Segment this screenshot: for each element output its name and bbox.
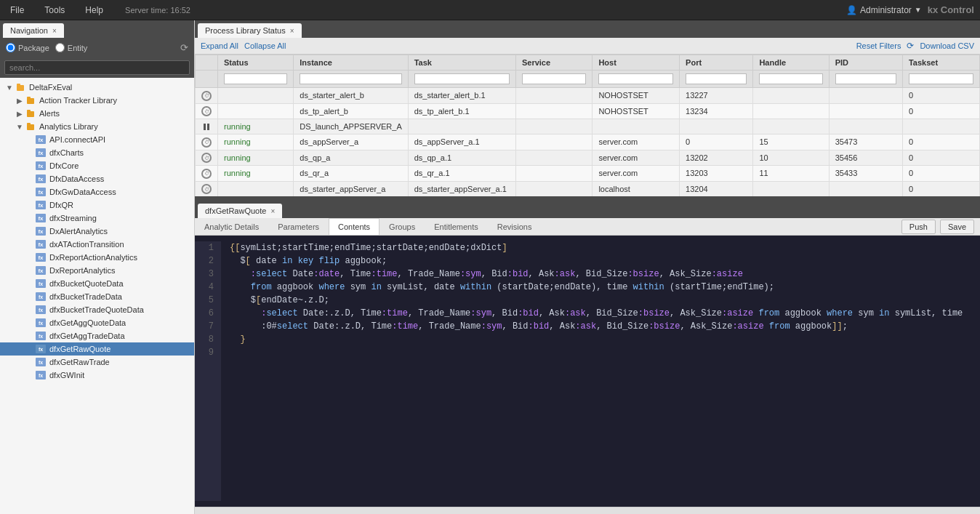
sidebar-item-api-connect[interactable]: fx API.connectAPI	[0, 133, 194, 146]
cell-status: running	[218, 150, 294, 166]
tab-groups[interactable]: Groups	[379, 218, 425, 235]
entity-radio[interactable]	[55, 43, 65, 52]
svg-rect-0	[17, 85, 24, 91]
process-library-tab-label: Process Library Status	[205, 26, 286, 35]
filter-port[interactable]	[686, 73, 747, 84]
sidebar-item-dfx-bucket-quote[interactable]: fx dfxBucketQuoteData	[0, 277, 194, 290]
tree-root[interactable]: ▼ DeltaFxEval	[0, 81, 194, 94]
entity-radio-label[interactable]: Entity	[55, 43, 88, 52]
cell-port: 13202	[680, 150, 753, 166]
code-line: $[endDate~.z.D;	[230, 294, 971, 307]
table-row[interactable]: ⏱ running ds_appServer_a ds_appServer_a.…	[196, 134, 980, 150]
cell-service	[515, 134, 592, 150]
sidebar-item-dfx-bucket-trade-quote[interactable]: fx dfxBucketTradeQuoteData	[0, 303, 194, 316]
code-line: {[symList;startTime;endTime;startDate;en…	[230, 241, 971, 254]
filter-taskset[interactable]	[909, 73, 973, 84]
tab-process-library[interactable]: Process Library Status ×	[198, 23, 302, 38]
table-row[interactable]: ⏱ ds_starter_appServer_a ds_starter_appS…	[196, 181, 980, 196]
detail-actions: Push Save	[896, 220, 980, 234]
package-radio-label[interactable]: Package	[6, 43, 49, 52]
sidebar-item-dx-alert-analytics[interactable]: fx DxAlertAnalytics	[0, 225, 194, 238]
sidebar-item-dfx-data-access[interactable]: fx DfxDataAccess	[0, 172, 194, 185]
sidebar-item-dfx-get-agg-quote[interactable]: fx dfxGetAggQuoteData	[0, 316, 194, 329]
tab-navigation[interactable]: Navigation ×	[3, 23, 64, 38]
sidebar-item-analytics-lib[interactable]: ▼ Analytics Library	[0, 120, 194, 133]
navigation-tab-close[interactable]: ×	[52, 27, 57, 35]
filter-handle[interactable]	[759, 73, 822, 84]
admin-menu[interactable]: 👤 Administrator ▼	[846, 5, 922, 15]
table-row[interactable]: ⏱ running ds_qr_a ds_qr_a.1 server.com 1…	[196, 166, 980, 182]
table-row[interactable]: running DS_launch_APPSERVER_A	[196, 119, 980, 134]
sidebar-item-dfx-qr[interactable]: fx DfxQR	[0, 198, 194, 212]
action-tracker-label: Action Tracker Library	[39, 96, 117, 105]
tab-parameters[interactable]: Parameters	[268, 218, 329, 235]
col-icon	[196, 55, 218, 71]
sidebar-item-dx-at-action[interactable]: fx dxATActionTransition	[0, 238, 194, 251]
cell-handle: 15	[753, 134, 829, 150]
cell-host: server.com	[593, 150, 680, 166]
cell-service	[515, 88, 592, 104]
save-button[interactable]: Save	[940, 220, 974, 234]
tab-dfx-get-raw-quote[interactable]: dfxGetRawQuote ×	[198, 204, 282, 218]
table-row[interactable]: ⏱ ds_tp_alert_b ds_tp_alert_b.1 NOHOSTSE…	[196, 103, 980, 119]
nav-refresh-button[interactable]: ⟳	[180, 42, 188, 53]
sidebar-item-dfx-charts[interactable]: fx dfxCharts	[0, 146, 194, 159]
sidebar-item-dfx-gw-init[interactable]: fx dfxGWInit	[0, 369, 194, 382]
expand-all-button[interactable]: Expand All	[201, 41, 238, 50]
refresh-icon[interactable]: ⟳	[907, 41, 914, 51]
table-row[interactable]: ⏱ ds_starter_alert_b ds_starter_alert_b.…	[196, 88, 980, 104]
table-row[interactable]: ⏱ running ds_qp_a ds_qp_a.1 server.com 1…	[196, 150, 980, 166]
filter-service[interactable]	[522, 73, 586, 84]
tab-entitlements[interactable]: Entitlements	[425, 218, 488, 235]
filter-host[interactable]	[598, 73, 673, 84]
cell-taskset: 0	[902, 88, 979, 104]
filter-status[interactable]	[224, 73, 287, 84]
code-content[interactable]: {[symList;startTime;endTime;startDate;en…	[221, 241, 980, 501]
file-menu[interactable]: File	[6, 4, 28, 17]
process-library-tab-bar: Process Library Status ×	[195, 20, 980, 38]
process-table-scroll[interactable]: Status Instance Task Service Host Port H…	[195, 55, 980, 196]
help-menu[interactable]: Help	[81, 4, 108, 17]
sidebar-item-dfx-get-raw-quote[interactable]: fx dfxGetRawQuote	[0, 342, 194, 356]
collapse-all-button[interactable]: Collapse All	[244, 41, 286, 50]
tools-menu[interactable]: Tools	[40, 4, 69, 17]
sidebar-item-alerts[interactable]: ▶ Alerts	[0, 107, 194, 120]
horizontal-scrollbar[interactable]	[195, 507, 980, 514]
code-editor[interactable]: 123456789 {[symList;startTime;endTime;st…	[195, 236, 980, 507]
download-csv-button[interactable]: Download CSV	[920, 41, 974, 50]
sidebar-item-dx-report-action[interactable]: fx DxReportActionAnalytics	[0, 251, 194, 264]
package-radio[interactable]	[6, 43, 15, 52]
cell-instance: ds_qr_a	[294, 166, 408, 182]
sidebar-item-dfx-bucket-trade[interactable]: fx dfxBucketTradeData	[0, 290, 194, 303]
detail-tab-nav: Analytic Details Parameters Contents Gro…	[195, 218, 980, 236]
push-button[interactable]: Push	[901, 220, 936, 234]
cell-task: ds_qr_a.1	[408, 166, 515, 182]
sidebar-item-dfx-streaming[interactable]: fx dfxStreaming	[0, 212, 194, 225]
process-library-tab-close[interactable]: ×	[290, 27, 294, 35]
tab-contents[interactable]: Contents	[329, 218, 379, 235]
dfx-tab-close[interactable]: ×	[270, 207, 275, 215]
tab-revisions[interactable]: Revisions	[488, 218, 542, 235]
cell-port: 13227	[680, 88, 753, 104]
user-icon: 👤	[846, 5, 857, 15]
sidebar-item-dfx-get-raw-trade[interactable]: fx dfxGetRawTrade	[0, 356, 194, 369]
search-input[interactable]	[4, 60, 190, 75]
sidebar-item-dfx-get-agg-trade[interactable]: fx dfxGetAggTradeData	[0, 329, 194, 342]
cell-instance: ds_tp_alert_b	[294, 103, 408, 119]
reset-filters-button[interactable]: Reset Filters	[856, 41, 901, 50]
cell-host: server.com	[593, 134, 680, 150]
root-toggle: ▼	[4, 84, 15, 92]
filter-instance[interactable]	[300, 73, 401, 84]
filter-pid[interactable]	[835, 73, 896, 84]
sidebar-item-dx-report-analytics[interactable]: fx DxReportAnalytics	[0, 264, 194, 277]
sidebar-item-action-tracker[interactable]: ▶ Action Tracker Library	[0, 94, 194, 107]
cell-host: server.com	[593, 166, 680, 182]
filter-task[interactable]	[414, 73, 510, 84]
sidebar-item-dfx-core[interactable]: fx DfxCore	[0, 159, 194, 172]
sidebar-item-dfx-gw-data-access[interactable]: fx DfxGwDataAccess	[0, 185, 194, 198]
tab-analytic-details[interactable]: Analytic Details	[195, 218, 268, 235]
cell-handle	[753, 181, 829, 196]
col-port: Port	[680, 55, 753, 71]
col-handle: Handle	[753, 55, 829, 71]
col-host: Host	[593, 55, 680, 71]
